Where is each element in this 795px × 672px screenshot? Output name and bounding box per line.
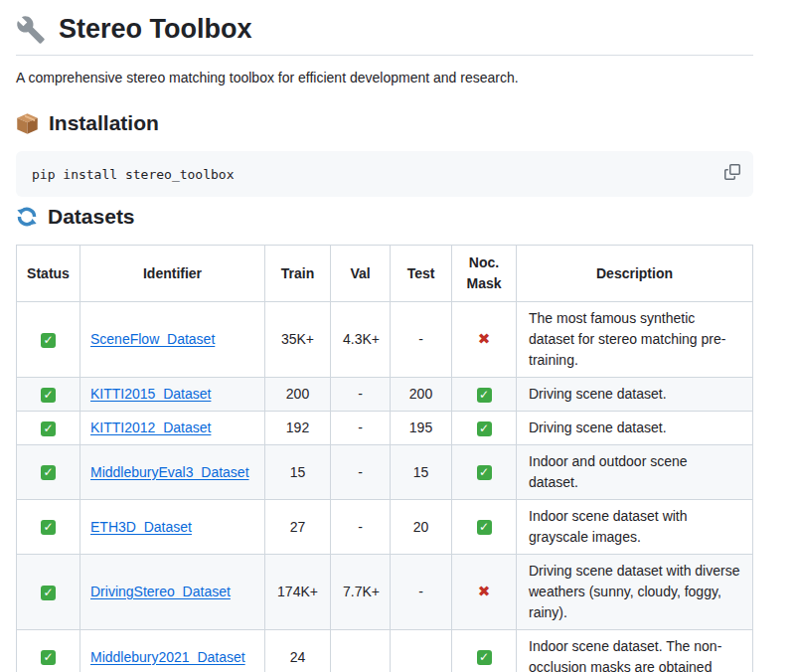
description-cell: Indoor scene dataset with grayscale imag…	[517, 500, 753, 555]
check-icon	[41, 388, 56, 403]
test-cell: 200	[391, 378, 452, 412]
col-noc-mask: Noc. Mask	[452, 246, 517, 302]
dataset-link[interactable]: KITTI2012_Dataset	[90, 420, 211, 435]
page-title-text: Stereo Toolbox	[59, 14, 252, 45]
check-icon	[41, 421, 56, 436]
val-cell: 4.3K+	[331, 302, 391, 378]
table-row: KITTI2012_Dataset 192 - 195 Driving scen…	[17, 412, 753, 445]
val-cell: 7.7K+	[331, 555, 391, 630]
train-cell: 192	[265, 412, 331, 445]
col-identifier: Identifier	[80, 246, 265, 302]
copy-button[interactable]	[720, 160, 744, 184]
train-cell: 174K+	[265, 555, 331, 630]
test-cell: 15	[391, 445, 452, 500]
wrench-icon	[16, 15, 46, 45]
val-cell: -	[331, 412, 391, 445]
cross-icon	[478, 329, 491, 350]
dataset-link[interactable]: DrivingStereo_Dataset	[90, 584, 231, 599]
val-cell: -	[331, 378, 391, 412]
check-icon	[41, 586, 56, 600]
description-cell: Indoor scene dataset. The non-occlusion …	[517, 630, 753, 672]
train-cell: 15	[265, 445, 331, 500]
train-cell: 27	[265, 500, 331, 555]
val-cell	[331, 630, 391, 672]
datasets-heading: Datasets	[16, 205, 753, 229]
sync-icon	[16, 206, 38, 228]
check-icon	[477, 520, 492, 535]
check-icon	[477, 388, 492, 403]
check-icon	[477, 421, 492, 436]
val-cell: -	[331, 500, 391, 555]
col-train: Train	[265, 246, 331, 302]
table-row: KITTI2015_Dataset 200 - 200 Driving scen…	[17, 378, 753, 412]
col-test: Test	[391, 246, 452, 302]
table-row: SceneFlow_Dataset 35K+ 4.3K+ - The most …	[17, 302, 753, 378]
check-icon	[477, 465, 492, 480]
test-cell: -	[391, 302, 452, 378]
installation-heading-text: Installation	[49, 111, 159, 135]
check-icon	[41, 650, 56, 665]
train-cell: 200	[265, 378, 331, 412]
description-cell: Driving scene dataset.	[517, 412, 753, 445]
code-block: pip install stereo_toolbox	[16, 151, 753, 197]
train-cell: 35K+	[265, 302, 331, 378]
test-cell	[391, 630, 452, 672]
col-status: Status	[17, 246, 80, 302]
description-cell: The most famous synthetic dataset for st…	[517, 302, 753, 378]
dataset-link[interactable]: KITTI2015_Dataset	[90, 386, 211, 402]
copy-icon	[724, 168, 740, 183]
description-cell: Driving scene dataset.	[517, 378, 753, 412]
cross-icon	[478, 582, 491, 602]
test-cell: 20	[391, 500, 452, 555]
table-header: Status Identifier Train Val Test Noc. Ma…	[17, 246, 753, 302]
table-row: Middlebury2021_Dataset 24 Indoor scene d…	[17, 630, 753, 672]
table-row: MiddleburyEval3_Dataset 15 - 15 Indoor a…	[17, 445, 753, 500]
dataset-link[interactable]: Middlebury2021_Dataset	[90, 649, 245, 665]
code-text: pip install stereo_toolbox	[32, 167, 235, 182]
table-row: ETH3D_Dataset 27 - 20 Indoor scene datas…	[17, 500, 753, 555]
datasets-table: Status Identifier Train Val Test Noc. Ma…	[16, 245, 753, 672]
col-description: Description	[517, 246, 753, 302]
readme-page: Stereo Toolbox A comprehensive stereo ma…	[16, 10, 753, 672]
check-icon	[41, 333, 56, 348]
package-icon	[16, 112, 39, 135]
dataset-link[interactable]: ETH3D_Dataset	[90, 519, 192, 535]
check-icon	[41, 520, 56, 535]
check-icon	[477, 650, 492, 665]
tagline: A comprehensive stereo matching toolbox …	[16, 70, 753, 85]
test-cell: -	[391, 555, 452, 630]
dataset-link[interactable]: MiddleburyEval3_Dataset	[90, 464, 249, 480]
datasets-heading-text: Datasets	[48, 205, 135, 229]
train-cell: 24	[265, 630, 331, 672]
installation-heading: Installation	[16, 111, 753, 135]
table-row: DrivingStereo_Dataset 174K+ 7.7K+ - Driv…	[17, 555, 753, 630]
val-cell: -	[331, 445, 391, 500]
page-title: Stereo Toolbox	[16, 10, 753, 56]
description-cell: Driving scene dataset with diverse weath…	[517, 555, 753, 630]
test-cell: 195	[391, 412, 452, 445]
col-val: Val	[331, 246, 391, 302]
check-icon	[41, 465, 56, 480]
dataset-link[interactable]: SceneFlow_Dataset	[90, 331, 215, 347]
description-cell: Indoor and outdoor scene dataset.	[517, 445, 753, 500]
